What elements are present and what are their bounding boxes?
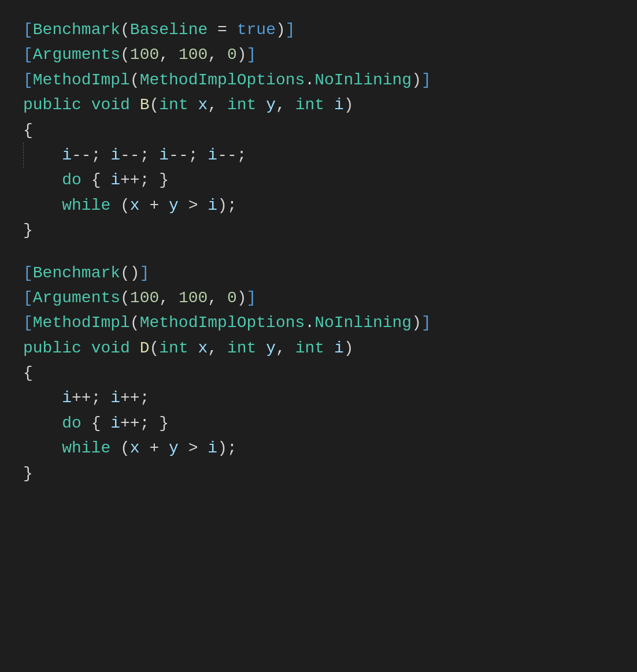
line-i-increment: i++; i++; <box>23 385 614 410</box>
line-open-brace-2: { <box>23 361 614 385</box>
line-open-brace-1: { <box>23 118 614 143</box>
indent-5 <box>23 436 62 461</box>
line-while-2: while (x + y > i); <box>23 436 614 461</box>
indent-4 <box>23 411 62 436</box>
line-close-brace-1: } <box>23 218 614 243</box>
line-arguments-2: [Arguments(100, 100, 0)] <box>23 285 614 310</box>
code-editor: [Benchmark(Baseline = true)] [Arguments(… <box>23 17 614 486</box>
indent-1 <box>23 168 62 192</box>
line-do-2: do { i++; } <box>23 411 614 436</box>
line-close-brace-2: } <box>23 461 614 486</box>
line-method-d-sig: public void D(int x, int y, int i) <box>23 336 614 361</box>
line-benchmark-baseline: [Benchmark(Baseline = true)] <box>23 17 614 42</box>
line-arguments-1: [Arguments(100, 100, 0)] <box>23 42 614 67</box>
line-do-1: do { i++; } <box>23 168 614 192</box>
indent-3 <box>23 385 62 410</box>
open-bracket: [ <box>23 21 33 39</box>
line-methodimpl-2: [MethodImpl(MethodImplOptions.NoInlining… <box>23 310 614 335</box>
line-benchmark-2: [Benchmark()] <box>23 261 614 285</box>
line-while-1: while (x + y > i); <box>23 193 614 218</box>
code-section-2: [Benchmark()] [Arguments(100, 100, 0)] [… <box>23 261 614 487</box>
benchmark-attr: Benchmark <box>33 21 120 39</box>
indent-guide-1 <box>23 143 62 168</box>
line-i-decrement: i--; i--; i--; i--; <box>23 143 614 168</box>
line-method-b-sig: public void B(int x, int y, int i) <box>23 92 614 117</box>
line-methodimpl-1: [MethodImpl(MethodImplOptions.NoInlining… <box>23 68 614 92</box>
code-section-1: [Benchmark(Baseline = true)] [Arguments(… <box>23 17 614 243</box>
indent-2 <box>23 193 62 218</box>
